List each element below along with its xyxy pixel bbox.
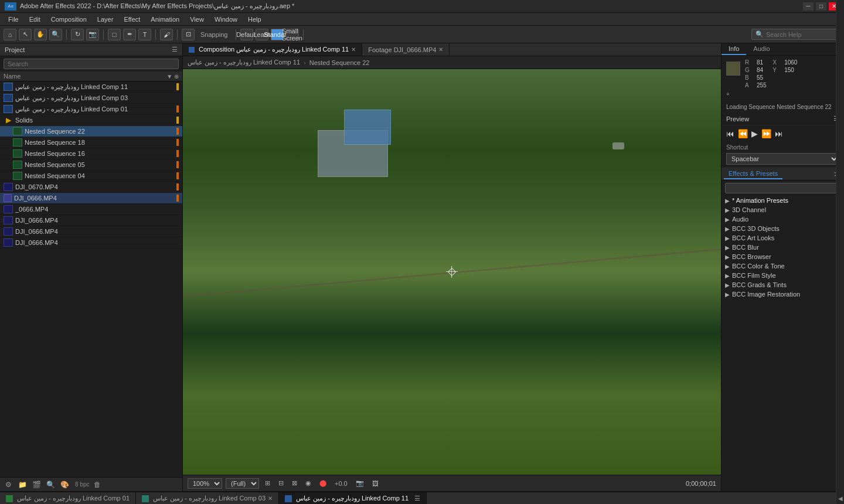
effects-group-bcccolor[interactable]: ▶ BCC Color & Tone (722, 261, 844, 271)
info-audio-tabs: Info Audio (722, 43, 844, 56)
tool-rotate[interactable]: ↻ (71, 29, 84, 40)
project-item-selected2[interactable]: DJI_0666.MP4 (0, 193, 182, 204)
workspace-default[interactable]: Default (240, 29, 253, 40)
menu-edit[interactable]: Edit (25, 15, 45, 24)
item-name: DJI_0666.MP4 (15, 228, 179, 235)
menu-view[interactable]: View (185, 15, 209, 24)
effects-group-3d[interactable]: ▶ 3D Channel (722, 205, 844, 214)
project-item[interactable]: Nested Sequence 04 (0, 171, 182, 182)
project-item[interactable]: Nested Sequence 16 (0, 148, 182, 159)
quality-dropdown[interactable]: (Full) (Half) (226, 478, 259, 489)
project-item[interactable]: DJI_0666.MP4 (0, 215, 182, 226)
project-item[interactable]: Nested Sequence 18 (0, 137, 182, 148)
snapshot-btn[interactable]: 📷 (353, 479, 366, 488)
menu-animation[interactable]: Animation (146, 15, 184, 24)
channel-btn[interactable]: ◉ (303, 479, 314, 488)
menu-window[interactable]: Window (210, 15, 242, 24)
grid-btn[interactable]: ⊠ (290, 479, 300, 488)
item-name: رودبارچیره - زمین عباس Linked Comp 03 (15, 94, 176, 102)
color-info-section: R 81 X 1060 G 84 Y 150 B 55 (722, 56, 844, 101)
tool-pen[interactable]: ✒ (123, 29, 136, 40)
tool-zoom[interactable]: 🔍 (49, 29, 62, 40)
project-item[interactable]: رودبارچیره - زمین عباس Linked Comp 03 (0, 93, 182, 104)
composition-viewer[interactable] (183, 69, 721, 475)
workspace-small[interactable]: Small Screen (286, 29, 299, 40)
color-btn[interactable]: ⬤ (317, 479, 329, 488)
show-snapshot-btn[interactable]: 🖼 (370, 479, 381, 488)
tl-tab-menu[interactable]: ☰ (414, 495, 420, 502)
tool-snapping[interactable]: ⊡ (182, 29, 195, 40)
prev-last-btn[interactable]: ⏭ (775, 129, 783, 138)
prev-back-btn[interactable]: ⏪ (738, 129, 748, 138)
tb-new-comp[interactable]: 🎬 (30, 479, 42, 490)
effects-group-bccimage[interactable]: ▶ BCC Image Restoration (722, 290, 844, 299)
project-folder-item[interactable]: ▶ Solids (0, 115, 182, 126)
tb-new-folder[interactable]: 📁 (16, 479, 28, 490)
breadcrumb-nested[interactable]: Nested Sequence 22 (309, 59, 370, 66)
footage-tab-close[interactable]: ✕ (438, 46, 443, 53)
project-item[interactable]: _0666.MP4 (0, 204, 182, 215)
effects-group-bccfilm[interactable]: ▶ BCC Film Style (722, 271, 844, 280)
menu-composition[interactable]: Composition (46, 15, 91, 24)
tool-camera[interactable]: 📷 (86, 29, 99, 40)
project-menu-icon[interactable]: ☰ (172, 46, 178, 53)
comp-tab-active[interactable]: Composition رودبارچیره - زمین عباس Linke… (183, 43, 362, 56)
menu-file[interactable]: File (4, 15, 23, 24)
tool-brush[interactable]: 🖌 (160, 29, 173, 40)
tool-rect[interactable]: □ (108, 29, 121, 40)
project-search-input[interactable] (4, 59, 179, 69)
shortcut-select[interactable]: Spacebar (726, 153, 839, 165)
tab-info[interactable]: Info (722, 43, 746, 55)
effects-search-input[interactable] (725, 183, 840, 193)
safe-zones-btn[interactable]: ⊟ (276, 479, 286, 488)
tb-interpret[interactable]: ⚙ (2, 479, 14, 490)
tool-hand[interactable]: ✋ (34, 29, 47, 40)
prev-first-btn[interactable]: ⏮ (726, 129, 734, 138)
effects-tab-effects[interactable]: Effects & Presets (724, 169, 782, 179)
exposure-btn[interactable]: +0.0 (332, 479, 350, 488)
prev-play-btn[interactable]: ▶ (751, 129, 758, 138)
effects-group-bcc3d[interactable]: ▶ BCC 3D Objects (722, 224, 844, 233)
project-item[interactable]: DJI_0670.MP4 (0, 182, 182, 193)
project-item-selected[interactable]: Nested Sequence 22 (0, 126, 182, 137)
tl-tab-comp11[interactable]: رودبارچیره - زمین عباس Linked Comp 11 ☰ (279, 492, 427, 505)
fit-viewer-btn[interactable]: ⊞ (263, 479, 273, 488)
effects-group-audio[interactable]: ▶ Audio (722, 214, 844, 224)
item-bar (176, 183, 179, 190)
tool-select[interactable]: ↖ (19, 29, 32, 40)
zoom-dropdown[interactable]: 100% 50% 200% (188, 478, 222, 489)
video-icon (4, 194, 12, 202)
effects-group-bccgrads[interactable]: ▶ BCC Grads & Tints (722, 280, 844, 290)
project-item[interactable]: Nested Sequence 05 (0, 159, 182, 171)
tool-text[interactable]: T (138, 29, 151, 40)
breadcrumb-comp[interactable]: رودبارچیره - زمین عباس Linked Comp 11 (188, 59, 300, 66)
effects-group-bccblur[interactable]: ▶ BCC Blur (722, 243, 844, 252)
comp-tab-close[interactable]: ✕ (351, 46, 356, 53)
prev-fwd-btn[interactable]: ⏩ (761, 129, 771, 138)
tb-delete[interactable]: 🗑 (91, 479, 103, 490)
info-row-b: B 55 (745, 74, 797, 81)
minimize-button[interactable]: ─ (803, 2, 814, 11)
project-item[interactable]: DJI_0666.MP4 (0, 226, 182, 237)
maximize-button[interactable]: □ (816, 2, 826, 11)
menu-effect[interactable]: Effect (119, 15, 145, 24)
comp-tab-footage[interactable]: Footage DJI_0666.MP4 ✕ (362, 43, 450, 56)
tab-audio[interactable]: Audio (746, 43, 777, 55)
menu-help[interactable]: Help (243, 15, 266, 24)
effects-group-bccart[interactable]: ▶ BCC Art Looks (722, 233, 844, 243)
effects-group-bccbrowser[interactable]: ▶ BCC Browser (722, 252, 844, 261)
project-item[interactable]: DJI_0666.MP4 (0, 237, 182, 248)
tool-home[interactable]: ⌂ (4, 29, 16, 40)
tl-tab-comp01[interactable]: رودبارچیره - زمین عباس Linked Comp 01 (0, 492, 136, 505)
tb-search[interactable]: 🔍 (45, 479, 56, 490)
tl-tab-close[interactable]: ✕ (268, 495, 273, 502)
tb-color[interactable]: 🎨 (59, 479, 70, 490)
search-help-input[interactable] (766, 31, 836, 38)
effects-group-anim[interactable]: ▶ * Animation Presets (722, 196, 844, 205)
tl-tab-comp03[interactable]: رودبارچیره - زمین عباس Linked Comp 03 ✕ (136, 492, 279, 505)
search-help-box[interactable]: 🔍 (751, 29, 840, 40)
menu-layer[interactable]: Layer (93, 15, 118, 24)
project-item[interactable]: رودبارچیره - زمین عباس Linked Comp 11 (0, 81, 182, 93)
project-item[interactable]: رودبارچیره - زمین عباس Linked Comp 01 (0, 104, 182, 115)
window-controls: ─ □ ✕ (803, 2, 839, 11)
